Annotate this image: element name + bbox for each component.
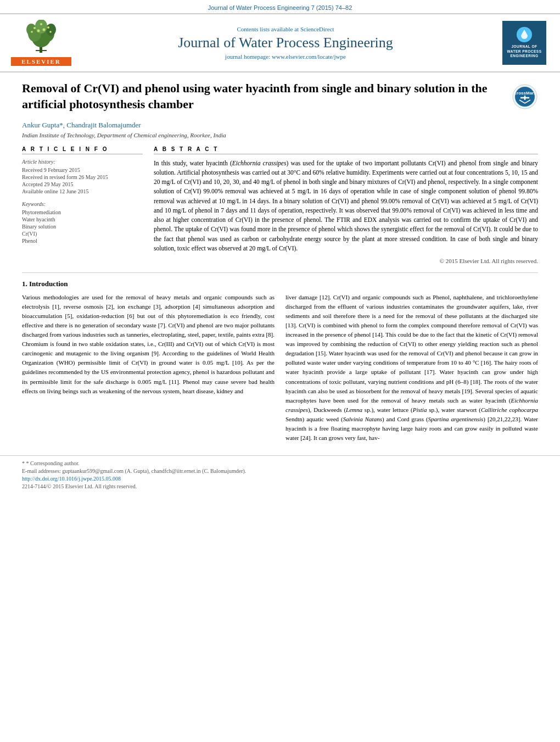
article-info-header: A R T I C L E I N F O — [22, 146, 143, 154]
keyword-5: Phenol — [22, 238, 143, 244]
corresponding-note: * * Corresponding author. — [22, 460, 538, 466]
intro-number: 1. — [22, 280, 27, 288]
svg-rect-1 — [36, 50, 47, 51]
article-info-col: A R T I C L E I N F O Article history: R… — [22, 146, 143, 265]
crossmark-logo: CrossMark — [512, 83, 538, 114]
body-content: 1. Introduction Various methodologies ar… — [22, 280, 538, 443]
intro-title: Introduction — [29, 280, 68, 288]
article-title-text: Removal of Cr(VI) and phenol using water… — [22, 81, 503, 112]
authors: Ankur Gupta*, Chandrajit Balomajumder — [22, 121, 538, 130]
svg-text:CrossMark: CrossMark — [513, 91, 536, 96]
intro-right-text: liver damage [12]. Cr(VI) and organic co… — [285, 293, 538, 443]
abstract-col: A B S T R A C T In this study, water hya… — [154, 146, 538, 265]
email-footnote: E-mail addresses: guptaankur599@gmail.co… — [22, 468, 538, 474]
journal-header: ELSEVIER Contents lists available at Sci… — [0, 13, 560, 72]
intro-left-col: 1. Introduction Various methodologies ar… — [22, 280, 275, 443]
history-accepted: Accepted 29 May 2015 — [22, 181, 143, 187]
sciencedirect-link: Contents lists available at ScienceDirec… — [80, 26, 491, 32]
keywords-section: Keywords: Phytoremediation Water hyacint… — [22, 201, 143, 244]
keywords-label: Keywords: — [22, 201, 143, 207]
star-symbol: * — [22, 460, 26, 466]
affiliation: Indian Institute of Technology, Departme… — [22, 132, 538, 138]
svg-point-5 — [26, 24, 36, 36]
copyright: © 2015 Elsevier Ltd. All rights reserved… — [154, 258, 538, 264]
journal-reference: Journal of Water Process Engineering 7 (… — [208, 4, 352, 11]
svg-point-9 — [43, 29, 46, 31]
history-revised: Received in revised form 26 May 2015 — [22, 174, 143, 180]
keyword-1: Phytoremediation — [22, 209, 143, 215]
journal-logo-icon: JOURNAL OF WATER PROCESS ENGINEERING — [502, 21, 546, 65]
history-received: Received 9 February 2015 — [22, 167, 143, 173]
footer-issn: 2214-7144/© 2015 Elsevier Ltd. All right… — [22, 483, 538, 489]
logo-text-line1: JOURNAL OF — [511, 44, 537, 49]
article-info-abstract-section: A R T I C L E I N F O Article history: R… — [22, 146, 538, 265]
intro-heading: 1. Introduction — [22, 280, 275, 288]
history-online: Available online 12 June 2015 — [22, 188, 143, 194]
keyword-2: Water hyacinth — [22, 216, 143, 222]
journal-header-center: Contents lists available at ScienceDirec… — [80, 26, 491, 60]
svg-point-14 — [49, 31, 52, 33]
svg-point-6 — [46, 24, 56, 36]
main-content: Removal of Cr(VI) and phenol using water… — [0, 72, 560, 451]
elsevier-tree-icon — [19, 20, 63, 55]
journal-reference-bar: Journal of Water Process Engineering 7 (… — [0, 0, 560, 13]
svg-point-13 — [31, 31, 33, 33]
svg-point-10 — [33, 27, 36, 29]
logo-text-line3: ENGINEERING — [510, 54, 538, 58]
article-title-row: Removal of Cr(VI) and phenol using water… — [22, 81, 538, 114]
doi-link[interactable]: http://dx.doi.org/10.1016/j.jwpe.2015.05… — [22, 476, 538, 482]
logo-text-line2: WATER PROCESS — [507, 49, 541, 54]
keyword-4: Cr(VI) — [22, 231, 143, 237]
svg-point-8 — [37, 30, 40, 32]
elsevier-brand-label: ELSEVIER — [11, 57, 71, 66]
elsevier-logo: ELSEVIER — [11, 20, 71, 66]
svg-point-7 — [35, 20, 47, 34]
intro-right-col: liver damage [12]. Cr(VI) and organic co… — [285, 280, 538, 443]
keyword-3: Binary solution — [22, 224, 143, 230]
section-divider — [22, 272, 538, 273]
page: Journal of Water Process Engineering 7 (… — [0, 0, 560, 492]
abstract-header: A B S T R A C T — [154, 146, 538, 154]
footer: * * Corresponding author. E-mail address… — [0, 455, 560, 492]
svg-point-12 — [40, 23, 42, 25]
logo-droplet-icon — [517, 27, 532, 42]
journal-title: Journal of Water Process Engineering — [80, 35, 491, 51]
intro-left-text: Various methodologies are used for the r… — [22, 293, 275, 396]
history-label: Article history: — [22, 159, 143, 165]
journal-logo-box: JOURNAL OF WATER PROCESS ENGINEERING — [500, 21, 549, 65]
abstract-text: In this study, water hyacinth (Eichhorni… — [154, 159, 538, 254]
journal-homepage: journal homepage: www.elsevier.com/locat… — [80, 53, 491, 60]
svg-point-11 — [47, 26, 49, 29]
